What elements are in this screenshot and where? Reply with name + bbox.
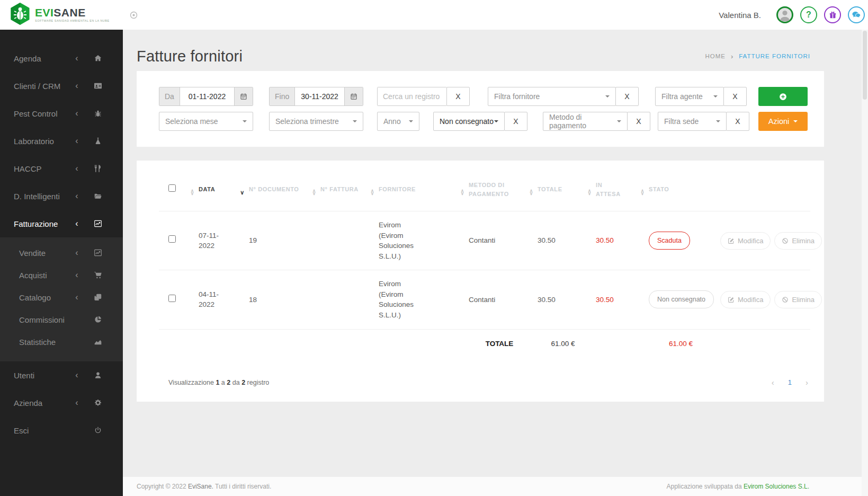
modifica-button[interactable]: Modifica: [720, 232, 771, 250]
sort-icon[interactable]: ∧∨: [461, 189, 464, 195]
sidebar-item-fatturazione[interactable]: Fatturazione ‹: [0, 210, 123, 237]
evisane-link[interactable]: EviSane.: [188, 483, 213, 490]
scrollbar[interactable]: [862, 30, 868, 496]
column-header-totale[interactable]: TOTALE ∧∨: [538, 173, 596, 211]
sidebar-item-clienti-crm[interactable]: Clienti / CRM ‹: [0, 72, 123, 100]
pagination-prev-icon[interactable]: ‹: [772, 378, 774, 387]
evisane-logo[interactable]: EVISANE SOFTWARE SANIDAD AMBIENTAL EN LA…: [10, 2, 110, 28]
caret-down-icon: [605, 95, 610, 98]
evirom-link[interactable]: Evirom Soluciones S.L.: [744, 483, 809, 490]
clear-fornitore-button[interactable]: X: [615, 87, 639, 106]
sidebar-item-pest-control[interactable]: Pest Control ‹: [0, 100, 123, 127]
sidebar-item-statistiche[interactable]: Statistiche: [0, 331, 123, 353]
elimina-button[interactable]: Elimina: [774, 291, 822, 308]
breadcrumb: HOME › FATTURE FORNITORI: [705, 52, 810, 60]
sidebar-item-haccp[interactable]: HACCP ‹: [0, 155, 123, 182]
modifica-button[interactable]: Modifica: [720, 291, 771, 308]
totals-in-attesa: 61.00 €: [649, 329, 720, 358]
fornitore-select[interactable]: Filtra fornitore: [488, 87, 616, 106]
select-all-header[interactable]: ∧∨: [159, 173, 199, 211]
date-from-label: Da: [159, 87, 180, 105]
select-all-checkbox[interactable]: [168, 184, 176, 192]
question-icon: ?: [806, 10, 811, 20]
calendar-icon[interactable]: [234, 87, 253, 105]
azioni-button[interactable]: Azioni: [758, 112, 808, 131]
sort-icon[interactable]: ∧∨: [191, 189, 194, 195]
stato-consegna-select[interactable]: Non consegnato: [433, 112, 505, 131]
user-icon: [93, 371, 103, 379]
row-checkbox[interactable]: [168, 235, 176, 243]
agente-select[interactable]: Filtra agente: [655, 87, 724, 106]
caret-down-icon: [793, 120, 798, 122]
sidebar-item-d-intelligenti[interactable]: D. Intelligenti ‹: [0, 182, 123, 210]
gift-button[interactable]: [824, 6, 841, 23]
sidebar-item-vendite[interactable]: Vendite ‹: [0, 242, 123, 264]
plus-circle-icon: [778, 92, 788, 101]
column-header-fornitore[interactable]: FORNITORE ∧∨: [379, 173, 469, 211]
anno-select[interactable]: Anno: [377, 112, 419, 131]
sidebar-item-azienda[interactable]: Azienda ‹: [0, 389, 123, 417]
avatar[interactable]: [776, 6, 793, 23]
breadcrumb-separator-icon: ›: [731, 52, 733, 60]
ban-icon: [782, 296, 789, 303]
sort-icon[interactable]: ∧∨: [312, 189, 316, 195]
chevron-left-icon: ‹: [73, 191, 80, 201]
fatturazione-submenu: Vendite ‹ Acquisti ‹ Catalogo ‹ Commissi…: [0, 237, 123, 361]
sort-icon[interactable]: ∧∨: [588, 189, 592, 195]
sort-icon[interactable]: ∧∨: [371, 189, 374, 195]
column-header-data[interactable]: DATA ∨: [199, 173, 249, 211]
breadcrumb-home[interactable]: HOME: [705, 53, 726, 59]
area-chart-icon: [93, 338, 103, 346]
totals-label: TOTALE: [469, 329, 538, 358]
cell-fattura: [320, 270, 379, 329]
sidebar-toggle-target-icon[interactable]: [130, 11, 138, 19]
chevron-left-icon: ‹: [73, 109, 80, 118]
clear-metodo-button[interactable]: X: [627, 112, 650, 131]
elimina-button[interactable]: Elimina: [774, 232, 822, 250]
scrollbar-thumb[interactable]: [863, 31, 867, 100]
date-to-input[interactable]: [295, 87, 344, 105]
sidebar-item-agenda[interactable]: Agenda ‹: [0, 45, 123, 72]
edit-icon: [728, 296, 735, 303]
column-header-fattura[interactable]: N° FATTURA ∧∨: [320, 173, 379, 211]
column-header-actions: [720, 173, 810, 211]
cell-fornitore: Evirom (Evirom Soluciones S.L.U.): [379, 270, 469, 329]
sidebar-item-esci[interactable]: Esci: [0, 417, 123, 444]
clear-search-button[interactable]: X: [446, 87, 470, 106]
row-checkbox[interactable]: [168, 295, 176, 302]
clear-sede-button[interactable]: X: [726, 112, 749, 131]
pagination-next-icon[interactable]: ›: [806, 378, 808, 387]
user-name[interactable]: Valentina B.: [719, 11, 761, 20]
sort-icon[interactable]: ∧∨: [530, 189, 533, 195]
main-content: Fatture fornitori HOME › FATTURE FORNITO…: [123, 30, 868, 496]
column-header-metodo[interactable]: METODO DI PAGAMENTO ∧∨: [469, 173, 538, 211]
help-button[interactable]: ?: [800, 6, 817, 23]
date-from-input[interactable]: [180, 87, 234, 105]
sort-desc-icon[interactable]: ∨: [240, 189, 245, 195]
sidebar-item-acquisti[interactable]: Acquisti ‹: [0, 264, 123, 286]
gift-icon: [828, 11, 837, 20]
sidebar-item-utenti[interactable]: Utenti ‹: [0, 361, 123, 389]
trimestre-select[interactable]: Seleziona trimestre: [269, 112, 363, 131]
column-header-in-attesa[interactable]: IN ATTESA ∧∨: [596, 173, 649, 211]
table-row: 07-11-2022 19 Evirom (Evirom Soluciones …: [159, 211, 810, 270]
chat-button[interactable]: [848, 6, 865, 23]
clear-agente-button[interactable]: X: [723, 87, 747, 106]
sort-icon[interactable]: ∧∨: [641, 189, 645, 195]
add-invoice-button[interactable]: [758, 87, 808, 106]
mese-select[interactable]: Seleziona mese: [159, 112, 253, 131]
clear-stato-button[interactable]: X: [504, 112, 527, 131]
calendar-icon[interactable]: [344, 87, 363, 105]
sidebar-item-commissioni[interactable]: Commissioni: [0, 308, 123, 331]
search-input[interactable]: [378, 87, 446, 105]
cell-totale: 30.50: [538, 211, 596, 270]
metodo-pagamento-select[interactable]: Metodo di pagamento: [543, 112, 628, 131]
column-header-documento[interactable]: N° DOCUMENTO ∧∨: [249, 173, 320, 211]
sidebar-item-laboratorio[interactable]: Laboratorio ‹: [0, 127, 123, 155]
sidebar-item-catalogo[interactable]: Catalogo ‹: [0, 286, 123, 308]
pagination-page-1[interactable]: 1: [788, 378, 792, 386]
sede-select[interactable]: Filtra sede: [658, 112, 727, 131]
bug-icon: [93, 109, 103, 118]
cell-totale: 30.50: [538, 270, 596, 329]
cell-data: 07-11-2022: [199, 211, 249, 270]
